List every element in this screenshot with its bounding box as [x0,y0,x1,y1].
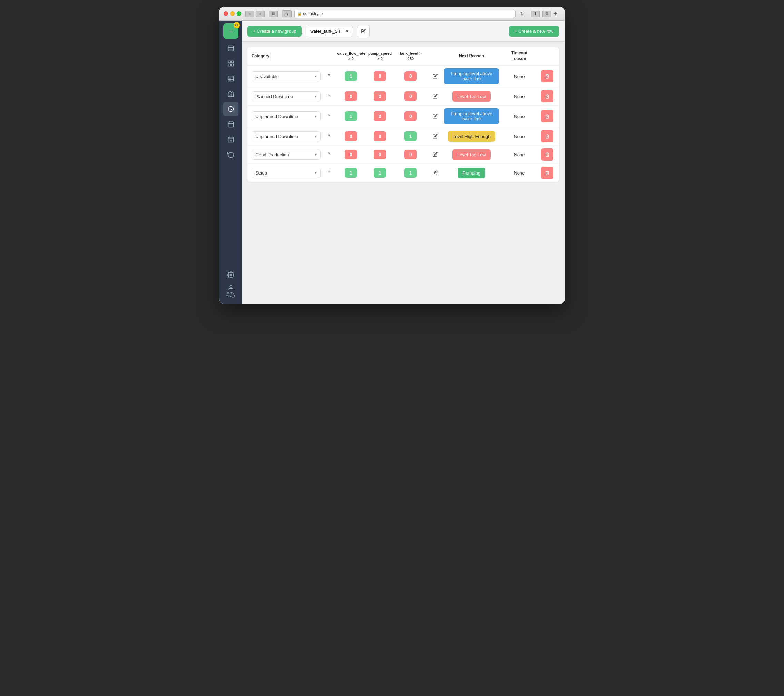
next-reason-cell-4: Level Too Low [444,149,499,160]
th-pump-speed: pump_speed> 0 [366,51,394,61]
category-dropdown-3[interactable]: Unplanned Downtime ▾ [252,132,321,142]
timeout-cell-1: None [500,94,538,99]
table-row: Unplanned Downtime ▾ * 1 0 0 Pumping lev… [247,105,559,127]
category-value: Unplanned Downtime [255,134,298,139]
url-bar[interactable]: 🔒 os.factry.io [294,10,516,18]
sidebar-item-clock[interactable] [223,102,239,116]
sidebar-logo[interactable]: ≡ 9+ [223,23,239,39]
pump-speed-badge-3: 0 [374,132,386,141]
sidebar-item-factory[interactable] [223,87,239,101]
row-edit-button-3[interactable] [428,134,443,139]
svg-rect-6 [231,64,233,66]
sidebar-item-settings[interactable] [223,268,239,282]
maximize-button[interactable] [237,12,241,16]
delete-button-0[interactable] [541,70,553,82]
forward-button[interactable]: › [256,11,265,17]
window-actions: ⬆ ⧉ [531,11,552,17]
category-value: Setup [255,170,267,176]
delete-button-5[interactable] [541,166,553,179]
valve-flow-cell-0: 1 [337,71,365,81]
pump-speed-badge-5: 1 [374,168,386,178]
user-label: factryTank_1 [226,291,236,298]
delete-cell-4 [540,148,555,161]
pump-speed-badge-0: 0 [374,71,386,81]
asterisk-cell-4: * [322,151,336,158]
next-reason-badge-4: Level Too Low [452,149,491,160]
next-reason-cell-3: Level High Enough [444,131,499,142]
sidebar-item-calendar[interactable] [223,117,239,131]
new-window-button[interactable]: ⧉ [542,11,552,17]
minimize-button[interactable] [230,12,235,16]
table-row: Planned Downtime ▾ * 0 0 0 Level Too Low… [247,87,559,105]
sidebar-item-table[interactable] [223,72,239,86]
category-dropdown-2[interactable]: Unplanned Downtime ▾ [252,112,321,122]
asterisk-cell-3: * [322,133,336,139]
valve-flow-cell-1: 0 [337,91,365,101]
table-row: Unavailable ▾ * 1 0 0 Pumping level abov… [247,66,559,87]
table-row: Setup ▾ * 1 1 1 Pumping None [247,164,559,182]
svg-rect-5 [228,64,230,66]
sidebar-item-add-event[interactable] [223,132,239,146]
sidebar-toggle-button[interactable]: ⊟ [269,11,278,17]
tank-level-cell-3: 1 [395,132,426,141]
pump-speed-cell-4: 0 [366,150,394,160]
delete-cell-1 [540,90,555,102]
traffic-lights [224,12,241,16]
timeout-cell-4: None [500,152,538,157]
pump-speed-badge-1: 0 [374,91,386,101]
category-dropdown-4[interactable]: Good Production ▾ [252,150,321,160]
new-tab-button[interactable]: + [553,10,560,17]
close-button[interactable] [224,12,228,16]
pump-speed-cell-1: 0 [366,91,394,101]
chevron-down-icon: ▾ [315,134,317,139]
asterisk-cell-0: * [322,73,336,79]
next-reason-badge-3: Level High Enough [448,131,496,142]
pump-speed-cell-3: 0 [366,132,394,141]
svg-point-23 [230,274,232,276]
sidebar-item-history[interactable] [223,148,239,161]
valve-flow-cell-2: 1 [337,112,365,121]
sidebar-item-user[interactable]: factryTank_1 [223,285,239,298]
row-edit-button-1[interactable] [428,94,443,99]
lock-icon: 🔒 [297,12,301,15]
th-tank-level: tank_level >250 [395,51,426,61]
chevron-down-icon: ▾ [315,170,317,175]
row-edit-button-0[interactable] [428,74,443,79]
valve-flow-badge-4: 0 [345,150,357,160]
category-dropdown-0[interactable]: Unavailable ▾ [252,71,321,81]
create-group-button[interactable]: + Create a new group [247,26,301,36]
svg-rect-11 [230,95,232,97]
delete-button-3[interactable] [541,130,553,142]
tank-level-cell-2: 0 [395,112,426,121]
tank-level-badge-1: 0 [404,91,417,101]
row-edit-button-4[interactable] [428,152,443,157]
row-edit-button-5[interactable] [428,170,443,175]
chevron-down-icon: ▾ [315,74,317,79]
data-table: Category valve_flow_rate> 0 pump_speed> … [247,47,559,182]
sidebar-item-dashboard[interactable] [223,57,239,70]
back-button[interactable]: ‹ [245,11,254,17]
asterisk-cell-2: * [322,113,336,119]
pump-speed-cell-2: 0 [366,112,394,121]
category-dropdown-1[interactable]: Planned Downtime ▾ [252,91,321,101]
edit-button[interactable] [357,25,370,37]
delete-button-2[interactable] [541,110,553,122]
svg-rect-7 [228,76,233,81]
sidebar-item-list[interactable] [223,41,239,55]
category-value: Planned Downtime [255,94,293,99]
valve-flow-badge-1: 0 [345,91,357,101]
delete-button-1[interactable] [541,90,553,102]
category-dropdown-5[interactable]: Setup ▾ [252,168,321,178]
refresh-button[interactable]: ↻ [517,11,527,17]
dataset-dropdown[interactable]: water_tank_STT ▾ [306,26,352,37]
share-button[interactable]: ⬆ [531,11,540,17]
next-reason-badge-0: Pumping level above lower limit [444,68,499,84]
asterisk-cell-1: * [322,93,336,99]
delete-cell-3 [540,130,555,142]
timeout-cell-3: None [500,134,538,139]
home-button[interactable]: ⌂ [282,10,292,17]
create-row-button[interactable]: + Create a new row [509,26,559,36]
url-text: os.factry.io [303,12,323,16]
row-edit-button-2[interactable] [428,114,443,118]
delete-button-4[interactable] [541,148,553,161]
